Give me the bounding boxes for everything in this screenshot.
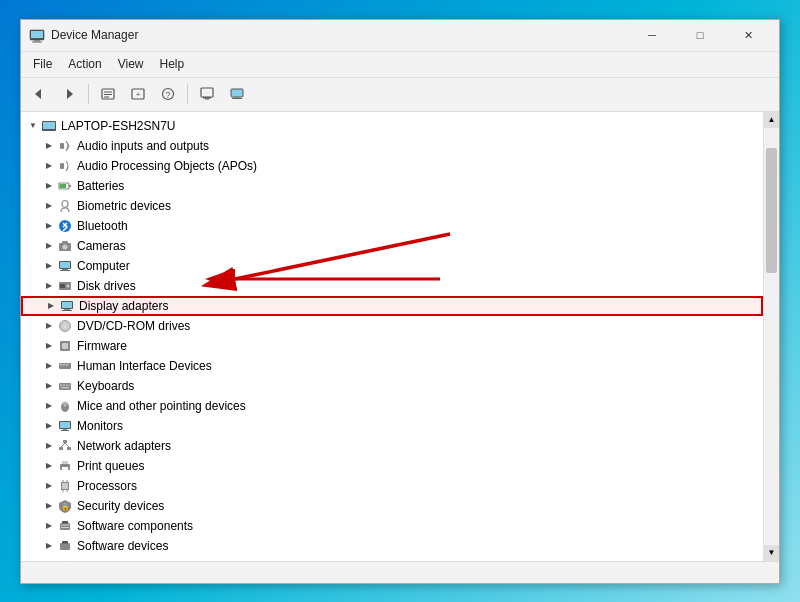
forward-button[interactable] xyxy=(55,81,83,107)
expander[interactable]: ▶ xyxy=(41,438,57,454)
list-item[interactable]: ▶ Human Interface Devices xyxy=(21,356,763,376)
item-label: Audio Processing Objects (APOs) xyxy=(77,159,257,173)
battery-icon xyxy=(57,178,73,194)
svg-rect-34 xyxy=(62,269,68,270)
minimize-button[interactable]: ─ xyxy=(629,20,675,50)
close-button[interactable]: ✕ xyxy=(725,20,771,50)
expander[interactable]: ▶ xyxy=(41,538,57,554)
svg-rect-48 xyxy=(59,363,71,369)
svg-text:+: + xyxy=(136,90,141,99)
expander[interactable]: ▶ xyxy=(41,278,57,294)
device-manager-window: Device Manager ─ □ ✕ File Action View He… xyxy=(20,19,780,584)
list-item[interactable]: ▶ Processors xyxy=(21,476,763,496)
expander[interactable]: ▶ xyxy=(41,398,57,414)
window-title: Device Manager xyxy=(51,28,629,42)
svg-rect-42 xyxy=(62,310,72,311)
list-item[interactable]: ▶ Firmware xyxy=(21,336,763,356)
item-label: Keyboards xyxy=(77,379,134,393)
tree-root[interactable]: ▼ LAPTOP-ESH2SN7U xyxy=(21,116,763,136)
list-item[interactable]: ▶ Audio inputs and outputs xyxy=(21,136,763,156)
expander[interactable]: ▶ xyxy=(41,458,57,474)
monitor-icon xyxy=(57,418,73,434)
update-driver-button[interactable]: + xyxy=(124,81,152,107)
svg-rect-57 xyxy=(61,387,69,388)
list-item[interactable]: ▶ Network adapters xyxy=(21,436,763,456)
svg-rect-23 xyxy=(60,163,64,169)
svg-rect-3 xyxy=(32,42,42,43)
menu-view[interactable]: View xyxy=(110,54,152,74)
back-button[interactable] xyxy=(25,81,53,107)
menu-file[interactable]: File xyxy=(25,54,60,74)
biometric-icon xyxy=(57,198,73,214)
expander[interactable]: ▶ xyxy=(41,318,57,334)
expander[interactable]: ▶ xyxy=(41,198,57,214)
svg-rect-49 xyxy=(60,364,62,366)
list-item[interactable]: ▶ Software components xyxy=(21,516,763,536)
list-item[interactable]: ▶ Mice and other pointing devices xyxy=(21,396,763,416)
list-item[interactable]: ▶ Print queues xyxy=(21,456,763,476)
scroll-up-button[interactable]: ▲ xyxy=(764,112,780,128)
list-item[interactable]: ▶ DVD/CD-ROM drives xyxy=(21,316,763,336)
expander[interactable]: ▶ xyxy=(41,518,57,534)
svg-rect-19 xyxy=(232,98,242,99)
title-bar: Device Manager ─ □ ✕ xyxy=(21,20,779,52)
expander[interactable]: ▶ xyxy=(41,378,57,394)
scroll-thumb[interactable] xyxy=(766,148,777,273)
item-label: Software components xyxy=(77,519,193,533)
expander[interactable]: ▶ xyxy=(41,158,57,174)
list-item[interactable]: ▶ Cameras xyxy=(21,236,763,256)
properties-button[interactable] xyxy=(94,81,122,107)
list-item[interactable]: ▶ Computer xyxy=(21,256,763,276)
list-item[interactable]: ▶ Software devices xyxy=(21,536,763,556)
list-item[interactable]: ▶ Disk drives xyxy=(21,276,763,296)
expander[interactable]: ▶ xyxy=(41,138,57,154)
svg-rect-63 xyxy=(63,429,67,430)
display-button[interactable] xyxy=(223,81,251,107)
svg-rect-33 xyxy=(60,262,70,268)
svg-rect-84 xyxy=(61,527,69,528)
list-item[interactable]: ▶ Bluetooth xyxy=(21,216,763,236)
help-button[interactable]: ? xyxy=(154,81,182,107)
expander[interactable]: ▶ xyxy=(43,298,59,314)
list-item[interactable]: ▶ 🔒 Security devices xyxy=(21,496,763,516)
expander[interactable]: ▶ xyxy=(41,218,57,234)
root-expander[interactable]: ▼ xyxy=(25,118,41,134)
scroll-track xyxy=(764,128,779,545)
svg-marker-4 xyxy=(35,89,41,99)
hid-icon xyxy=(57,358,73,374)
svg-rect-86 xyxy=(62,541,68,544)
svg-rect-67 xyxy=(67,447,71,450)
list-item[interactable]: ▶ Audio Processing Objects (APOs) xyxy=(21,156,763,176)
expander[interactable]: ▶ xyxy=(41,238,57,254)
root-icon xyxy=(41,118,57,134)
expander[interactable]: ▶ xyxy=(41,178,57,194)
maximize-button[interactable]: □ xyxy=(677,20,723,50)
menu-help[interactable]: Help xyxy=(152,54,193,74)
menu-action[interactable]: Action xyxy=(60,54,109,74)
firmware-icon xyxy=(57,338,73,354)
list-item[interactable]: ▶ Batteries xyxy=(21,176,763,196)
list-item[interactable]: ▶ Biometric devices xyxy=(21,196,763,216)
expander[interactable]: ▶ xyxy=(41,358,57,374)
svg-rect-2 xyxy=(34,40,40,42)
expander[interactable]: ▶ xyxy=(41,338,57,354)
camera-icon xyxy=(57,238,73,254)
display-adapters-item[interactable]: ▶ Display adapters xyxy=(21,296,763,316)
item-label: Bluetooth xyxy=(77,219,128,233)
expander[interactable]: ▶ xyxy=(41,418,57,434)
processor-icon xyxy=(57,478,73,494)
scrollbar[interactable]: ▲ ▼ xyxy=(763,112,779,561)
app-icon xyxy=(29,27,45,43)
scroll-down-button[interactable]: ▼ xyxy=(764,545,780,561)
svg-rect-21 xyxy=(43,122,55,129)
svg-rect-16 xyxy=(205,99,209,100)
expander[interactable]: ▶ xyxy=(41,478,57,494)
list-item[interactable]: ▶ Monitors xyxy=(21,416,763,436)
expander[interactable]: ▶ xyxy=(41,498,57,514)
item-label: Network adapters xyxy=(77,439,171,453)
software-devices-icon xyxy=(57,538,73,554)
scan-button[interactable] xyxy=(193,81,221,107)
device-tree[interactable]: ▼ LAPTOP-ESH2SN7U ▶ xyxy=(21,112,763,561)
list-item[interactable]: ▶ Keyboards xyxy=(21,376,763,396)
expander[interactable]: ▶ xyxy=(41,258,57,274)
